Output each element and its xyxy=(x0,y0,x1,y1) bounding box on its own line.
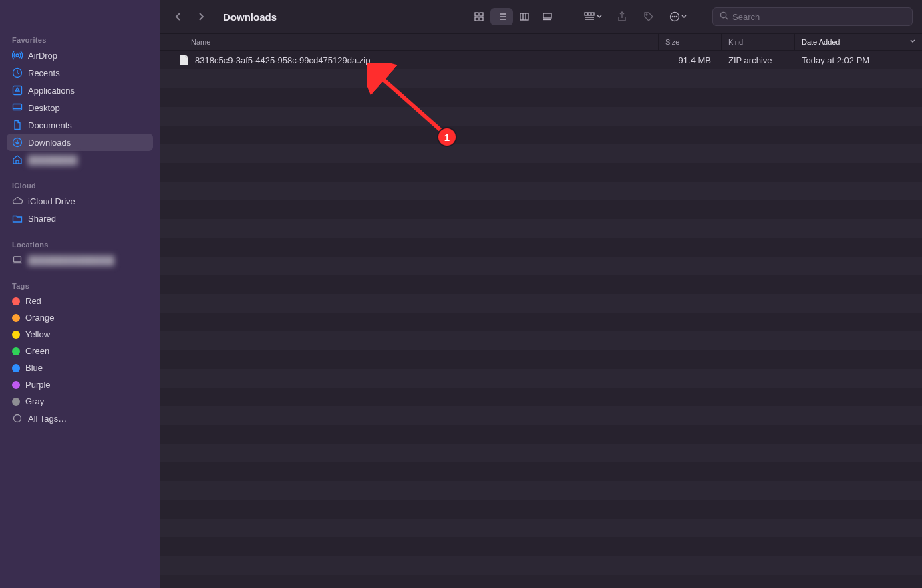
tag-dot-icon xyxy=(12,398,20,406)
svg-rect-9 xyxy=(475,17,478,21)
svg-rect-7 xyxy=(475,13,478,16)
empty-row xyxy=(160,88,922,107)
icloud-header: iCloud xyxy=(7,178,153,192)
sidebar-tag-gray[interactable]: Gray xyxy=(7,393,153,410)
desktop-icon xyxy=(12,102,23,113)
back-button[interactable] xyxy=(172,11,184,23)
sidebar-item-applications[interactable]: Applications xyxy=(7,82,153,99)
search-input[interactable] xyxy=(732,12,905,22)
svg-rect-14 xyxy=(588,13,591,15)
sidebar-item-documents[interactable]: Documents xyxy=(7,116,153,134)
columns-header: Name Size Kind Date Added xyxy=(160,33,922,51)
svg-rect-8 xyxy=(480,13,483,16)
locations-header: Locations xyxy=(7,237,153,251)
svg-rect-12 xyxy=(543,13,551,18)
view-mode-group xyxy=(468,8,559,25)
clock-icon xyxy=(12,67,23,78)
tag-button[interactable] xyxy=(639,8,659,25)
view-gallery-button[interactable] xyxy=(536,8,559,25)
svg-rect-11 xyxy=(520,13,528,20)
empty-row xyxy=(160,369,922,388)
empty-row xyxy=(160,144,922,163)
file-row[interactable]: 8318c5c9-3af5-4425-958c-99cd475129da.zip… xyxy=(160,51,922,69)
tag-dot-icon xyxy=(12,347,20,355)
sidebar-item-label: Gray xyxy=(25,396,44,406)
sidebar: Favorites AirDrop Recents Applications D… xyxy=(0,0,160,588)
file-size: 91.4 MB xyxy=(659,55,722,65)
svg-rect-15 xyxy=(591,13,594,15)
tag-dot-icon xyxy=(12,364,20,372)
column-date-added[interactable]: Date Added xyxy=(795,34,922,50)
tag-dot-icon xyxy=(12,314,20,322)
file-name: 8318c5c9-3af5-4425-958c-99cd475129da.zip xyxy=(195,55,370,65)
search-box[interactable] xyxy=(712,7,913,26)
sidebar-item-label: Documents xyxy=(28,120,72,130)
column-kind[interactable]: Kind xyxy=(722,34,795,50)
sidebar-item-shared[interactable]: Shared xyxy=(7,210,153,227)
svg-rect-10 xyxy=(480,17,483,21)
sidebar-item-label: Recents xyxy=(28,68,60,78)
file-date: Today at 2:02 PM xyxy=(795,55,922,65)
sidebar-item-downloads[interactable]: Downloads xyxy=(7,134,153,151)
search-icon xyxy=(720,11,728,23)
sidebar-tag-red[interactable]: Red xyxy=(7,293,153,309)
svg-point-16 xyxy=(646,14,647,15)
forward-button[interactable] xyxy=(195,11,207,23)
sidebar-item-label: Desktop xyxy=(28,103,60,113)
svg-rect-5 xyxy=(14,257,21,262)
sidebar-item-airdrop[interactable]: AirDrop xyxy=(7,47,153,64)
sidebar-item-label: Orange xyxy=(25,313,54,323)
sidebar-item-label: Purple xyxy=(25,380,51,390)
file-list: 8318c5c9-3af5-4425-958c-99cd475129da.zip… xyxy=(160,51,922,588)
empty-row xyxy=(160,556,922,575)
file-kind: ZIP archive xyxy=(722,55,795,65)
sidebar-item-recents[interactable]: Recents xyxy=(7,64,153,82)
sidebar-item-computer[interactable]: ██████████████ xyxy=(7,251,153,269)
empty-row xyxy=(160,313,922,331)
more-actions-button[interactable] xyxy=(665,8,691,25)
column-name[interactable]: Name xyxy=(160,34,659,50)
laptop-icon xyxy=(12,255,23,265)
svg-point-21 xyxy=(720,12,726,17)
share-button[interactable] xyxy=(612,8,632,25)
svg-point-18 xyxy=(672,16,673,17)
view-grid-button[interactable] xyxy=(468,8,490,25)
empty-row xyxy=(160,107,922,126)
sidebar-item-icloud-drive[interactable]: iCloud Drive xyxy=(7,192,153,210)
empty-row xyxy=(160,388,922,406)
empty-row xyxy=(160,481,922,500)
view-list-button[interactable] xyxy=(490,8,513,25)
sidebar-tag-green[interactable]: Green xyxy=(7,343,153,359)
sidebar-tag-orange[interactable]: Orange xyxy=(7,309,153,326)
empty-row xyxy=(160,462,922,481)
empty-row xyxy=(160,350,922,369)
sidebar-item-label: ████████ xyxy=(28,155,78,165)
empty-row xyxy=(160,126,922,144)
sidebar-item-label: All Tags… xyxy=(28,414,67,424)
sidebar-tag-yellow[interactable]: Yellow xyxy=(7,326,153,343)
sidebar-tag-blue[interactable]: Blue xyxy=(7,359,153,376)
empty-row xyxy=(160,425,922,444)
empty-row xyxy=(160,238,922,257)
sidebar-item-label: Applications xyxy=(28,86,75,96)
empty-row xyxy=(160,519,922,537)
empty-row xyxy=(160,275,922,294)
sidebar-item-label: Blue xyxy=(25,363,43,373)
shared-folder-icon xyxy=(12,213,23,224)
group-by-button[interactable] xyxy=(580,8,605,25)
apps-icon xyxy=(12,85,23,96)
empty-row xyxy=(160,444,922,462)
svg-point-19 xyxy=(674,16,675,17)
sidebar-all-tags[interactable]: All Tags… xyxy=(7,410,153,427)
nav-buttons xyxy=(170,11,212,23)
sidebar-tag-purple[interactable]: Purple xyxy=(7,376,153,393)
empty-row xyxy=(160,406,922,425)
empty-row xyxy=(160,257,922,275)
all-tags-icon xyxy=(12,413,23,424)
sidebar-item-desktop[interactable]: Desktop xyxy=(7,99,153,116)
column-size[interactable]: Size xyxy=(659,34,722,50)
sidebar-item-label: Green xyxy=(25,346,49,356)
sidebar-item-home[interactable]: ████████ xyxy=(7,151,153,168)
empty-row xyxy=(160,331,922,350)
view-columns-button[interactable] xyxy=(513,8,536,25)
